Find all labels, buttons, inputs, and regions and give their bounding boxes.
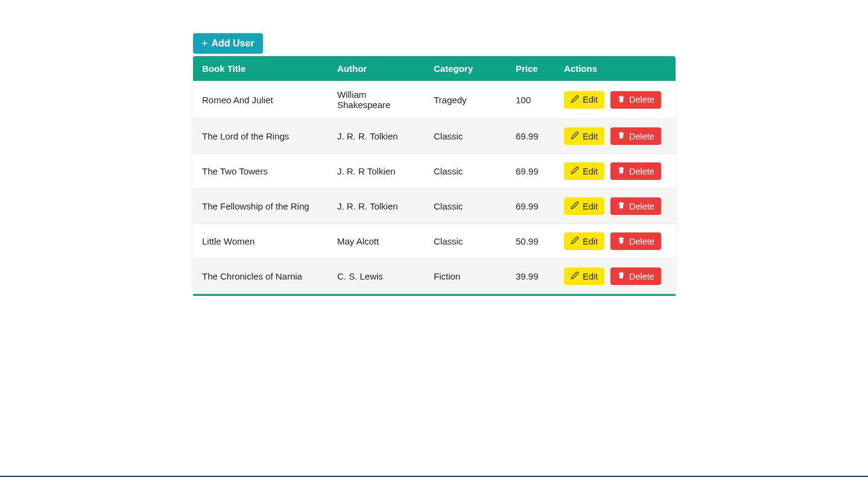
cell-title: The Lord of the Rings — [193, 119, 328, 154]
edit-button[interactable]: Edit — [564, 267, 604, 285]
cell-actions: EditDelete — [555, 154, 676, 189]
delete-label: Delete — [629, 132, 654, 141]
plus-icon: + — [201, 38, 208, 49]
table-row: Little WomenMay AlcottClassic50.99EditDe… — [193, 224, 676, 259]
delete-label: Delete — [629, 167, 654, 176]
pencil-icon — [571, 271, 579, 281]
cell-title: The Two Towers — [193, 154, 328, 189]
edit-label: Edit — [583, 132, 598, 141]
actions-wrap: EditDelete — [564, 232, 667, 250]
delete-label: Delete — [629, 237, 654, 246]
pencil-icon — [571, 131, 579, 141]
edit-button[interactable]: Edit — [564, 127, 604, 145]
actions-wrap: EditDelete — [564, 197, 667, 215]
header-actions: Actions — [555, 56, 676, 81]
cell-actions: EditDelete — [555, 81, 676, 119]
edit-label: Edit — [583, 95, 598, 104]
cell-author: J. R. R. Tolkien — [328, 119, 425, 154]
cell-author: J. R. R Tolkien — [328, 154, 425, 189]
edit-button[interactable]: Edit — [564, 232, 604, 250]
trash-icon — [617, 236, 626, 246]
delete-label: Delete — [629, 202, 654, 211]
cell-category: Classic — [425, 189, 507, 224]
cell-category: Classic — [425, 119, 507, 154]
header-author: Author — [328, 56, 425, 81]
cell-actions: EditDelete — [555, 259, 676, 294]
edit-label: Edit — [583, 237, 598, 246]
delete-label: Delete — [629, 272, 654, 281]
delete-button[interactable]: Delete — [610, 232, 661, 250]
cell-price: 69.99 — [507, 119, 555, 154]
table-header: Book Title Author Category Price Actions — [193, 56, 676, 81]
header-category: Category — [425, 56, 507, 81]
books-table: Book Title Author Category Price Actions… — [193, 56, 676, 294]
pencil-icon — [571, 166, 579, 176]
delete-label: Delete — [629, 95, 654, 104]
edit-button[interactable]: Edit — [564, 197, 604, 215]
actions-wrap: EditDelete — [564, 91, 667, 109]
cell-category: Classic — [425, 224, 507, 259]
add-user-label: Add User — [212, 38, 255, 49]
actions-wrap: EditDelete — [564, 127, 667, 145]
cell-category: Tragedy — [425, 81, 507, 119]
table-footer-accent — [193, 294, 676, 296]
actions-wrap: EditDelete — [564, 267, 667, 285]
edit-label: Edit — [583, 202, 598, 211]
table-row: The Two TowersJ. R. R TolkienClassic69.9… — [193, 154, 676, 189]
table-row: Romeo And JulietWilliam ShakespeareTrage… — [193, 81, 676, 119]
cell-price: 69.99 — [507, 189, 555, 224]
cell-author: William Shakespeare — [328, 81, 425, 119]
pencil-icon — [571, 236, 579, 246]
actions-wrap: EditDelete — [564, 162, 667, 180]
cell-price: 50.99 — [507, 224, 555, 259]
cell-actions: EditDelete — [555, 189, 676, 224]
edit-button[interactable]: Edit — [564, 162, 604, 180]
delete-button[interactable]: Delete — [610, 91, 661, 109]
pencil-icon — [571, 95, 579, 105]
trash-icon — [617, 201, 626, 211]
header-title: Book Title — [193, 56, 328, 81]
cell-price: 39.99 — [507, 259, 555, 294]
table-row: The Chronicles of NarniaC. S. LewisFicti… — [193, 259, 676, 294]
table-row: The Lord of the RingsJ. R. R. TolkienCla… — [193, 119, 676, 154]
delete-button[interactable]: Delete — [610, 267, 661, 285]
edit-label: Edit — [583, 272, 598, 281]
cell-author: J. R. R. Tolkien — [328, 189, 425, 224]
delete-button[interactable]: Delete — [610, 162, 661, 180]
cell-title: Romeo And Juliet — [193, 81, 328, 119]
delete-button[interactable]: Delete — [610, 197, 661, 215]
cell-price: 69.99 — [507, 154, 555, 189]
edit-button[interactable]: Edit — [564, 91, 604, 109]
cell-category: Classic — [425, 154, 507, 189]
edit-label: Edit — [583, 167, 598, 176]
header-price: Price — [507, 56, 555, 81]
cell-actions: EditDelete — [555, 119, 676, 154]
trash-icon — [617, 95, 626, 105]
cell-title: The Chronicles of Narnia — [193, 259, 328, 294]
trash-icon — [617, 271, 626, 281]
table-body: Romeo And JulietWilliam ShakespeareTrage… — [193, 81, 676, 294]
cell-title: The Fellowship of the Ring — [193, 189, 328, 224]
cell-category: Fiction — [425, 259, 507, 294]
cell-author: May Alcott — [328, 224, 425, 259]
cell-actions: EditDelete — [555, 224, 676, 259]
trash-icon — [617, 131, 626, 141]
pencil-icon — [571, 201, 579, 211]
delete-button[interactable]: Delete — [610, 127, 661, 145]
trash-icon — [617, 166, 626, 176]
add-user-button[interactable]: + Add User — [193, 33, 263, 54]
cell-author: C. S. Lewis — [328, 259, 425, 294]
cell-title: Little Women — [193, 224, 328, 259]
cell-price: 100 — [507, 81, 555, 119]
main-container: + Add User Book Title Author Category Pr… — [193, 33, 676, 296]
table-row: The Fellowship of the RingJ. R. R. Tolki… — [193, 189, 676, 224]
